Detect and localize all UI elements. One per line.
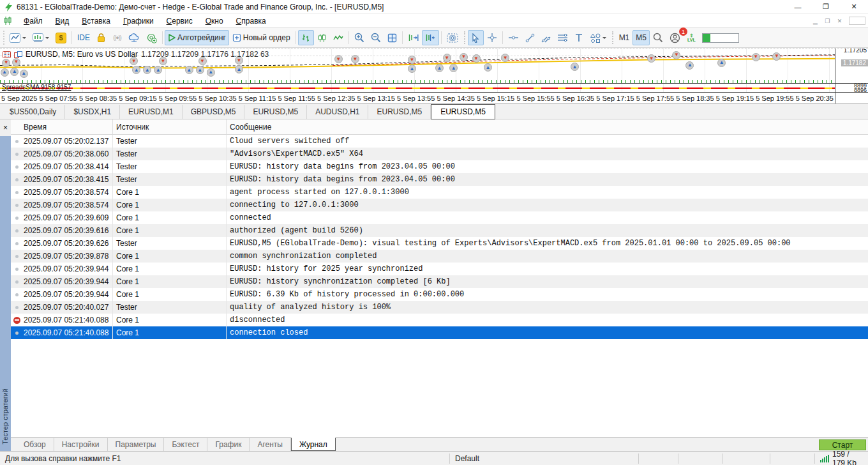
journal-row[interactable]: 2025.09.07 05:21:40.088Core 1connection … (11, 326, 868, 339)
restore-button[interactable]: ❐ (812, 0, 840, 13)
journal-row[interactable]: 2025.09.07 05:20:39.626TesterEURUSD,M5 (… (11, 237, 868, 250)
status-profile[interactable]: Default (449, 454, 638, 464)
menu-item-2[interactable]: Вставка (75, 15, 117, 27)
journal-row[interactable]: 2025.09.07 05:20:38.574Core 1agent proce… (11, 186, 868, 199)
log-message: disconnected (227, 316, 868, 324)
new-chart-button[interactable] (6, 30, 29, 45)
menu-item-6[interactable]: Справка (230, 15, 273, 27)
chart-tab-1[interactable]: $USDX,H1 (65, 105, 120, 119)
chart-main-pane[interactable]: EURUSD, M5: Euro vs US Dollar 1.17209 1.… (0, 49, 835, 84)
new-order-button[interactable]: Новый ордер (229, 30, 294, 45)
close-button[interactable]: ✕ (840, 0, 868, 13)
chart-tab-3[interactable]: GBPUSD,M5 (183, 105, 245, 119)
ide-button[interactable]: IDE (74, 30, 93, 45)
toolbar-grip[interactable] (3, 31, 4, 45)
chart-tab-2[interactable]: EURUSD,M1 (120, 105, 183, 119)
levels-tool-button[interactable] (554, 30, 571, 45)
cursor-button[interactable] (468, 30, 484, 45)
tester-tab-график[interactable]: График (207, 438, 250, 451)
mdi-restore-button[interactable]: ❐ (822, 16, 833, 26)
status-cell-empty (722, 454, 770, 464)
journal-row[interactable]: 2025.09.07 05:20:39.616Core 1authorized … (11, 224, 868, 237)
journal-row[interactable]: 2025.09.07 05:20:38.574Core 1connecting … (11, 199, 868, 211)
tester-tab-настройки[interactable]: Настройки (54, 438, 108, 451)
chart-tab-0[interactable]: $US500,Daily (1, 105, 65, 119)
trendline-tool-button[interactable] (522, 30, 538, 45)
search-button[interactable] (650, 30, 666, 45)
column-header-time[interactable]: Время (22, 119, 113, 134)
tester-tab-журнал[interactable]: Журнал (291, 438, 336, 451)
log-dot-icon (15, 229, 19, 232)
journal-row[interactable]: 2025.09.07 05:20:39.878Core 1common sync… (11, 250, 868, 263)
journal-row[interactable]: 2025.09.07 05:21:40.088Core 1disconnecte… (11, 314, 868, 326)
signals-icon: ((●)) (113, 34, 121, 41)
cloud-button[interactable] (125, 30, 143, 45)
tile-windows-button[interactable] (384, 30, 400, 45)
log-message: connection closed (227, 328, 868, 337)
log-message: EURUSD: 6.39 Kb of history processed in … (227, 290, 868, 299)
column-header-message[interactable]: Сообщение (227, 123, 868, 132)
signals-button[interactable]: ((●)) (109, 30, 125, 45)
text-tool-button[interactable] (571, 30, 587, 45)
chart-tab-4[interactable]: EURUSD,M5 (244, 105, 307, 119)
channel-tool-button[interactable] (538, 30, 554, 45)
journal-row[interactable]: 2025.09.07 05:20:39.609Core 1connected (11, 211, 868, 224)
zoom-in-button[interactable] (351, 30, 368, 45)
market-watch-button[interactable]: $ (52, 30, 70, 45)
shapes-tool-button[interactable] (587, 30, 610, 45)
chart-tab-6[interactable]: EURUSD,M5 (368, 105, 431, 119)
log-source: Tester (113, 301, 227, 314)
journal-row[interactable]: 2025.09.07 05:20:02.137TesterCloud serve… (11, 135, 868, 148)
journal-row[interactable]: 2025.09.07 05:20:39.944Core 1EURUSD: his… (11, 263, 868, 275)
indicator-scale[interactable]: 8899 8896 (835, 84, 868, 93)
tester-tab-параметры[interactable]: Параметры (108, 438, 165, 451)
ohlc-toggle-icon[interactable] (14, 51, 22, 58)
line-chart-type-button[interactable] (330, 30, 347, 45)
chart-tab-7[interactable]: EURUSD,M5 (431, 104, 495, 119)
journal-close-button[interactable]: × (0, 119, 11, 136)
column-header-source[interactable]: Источник (113, 119, 227, 134)
start-button[interactable]: Старт (819, 439, 866, 450)
price-scale[interactable]: 1.17205 1.17182 (835, 49, 868, 84)
account-button[interactable]: 1 (666, 30, 684, 45)
chart-tab-5[interactable]: AUDUSD,H1 (307, 105, 368, 119)
candle-chart-type-button[interactable] (314, 30, 330, 45)
tester-tab-агенты[interactable]: Агенты (250, 438, 291, 451)
journal-row[interactable]: 2025.09.07 05:20:38.414TesterEURUSD: his… (11, 160, 868, 173)
journal-row[interactable]: 2025.09.07 05:20:38.060Tester"Advisors\E… (11, 148, 868, 160)
journal-row[interactable]: 2025.09.07 05:20:39.944Core 1EURUSD: his… (11, 275, 868, 288)
indicator-pane[interactable]: SpreadsSMA 9158 9157 (0, 84, 835, 93)
timeframe-m5-button[interactable]: M5 (632, 30, 650, 45)
crosshair-button[interactable] (484, 30, 500, 45)
tester-tab-обзор[interactable]: Обзор (16, 438, 54, 451)
chart-shift-button[interactable] (422, 30, 439, 45)
menu-item-3[interactable]: Графики (117, 15, 160, 27)
menu-item-1[interactable]: Вид (49, 15, 76, 27)
bar-chart-type-button[interactable] (298, 30, 314, 45)
mdi-close-button[interactable]: ✕ (834, 16, 845, 26)
menu-item-0[interactable]: Файл (17, 15, 49, 27)
hline-tool-button[interactable] (505, 30, 522, 45)
chart-area[interactable]: EURUSD, M5: Euro vs US Dollar 1.17209 1.… (0, 48, 868, 104)
menu-item-4[interactable]: Сервис (160, 15, 199, 27)
algo-trading-button[interactable]: Алготрейдинг (165, 30, 229, 45)
timeframe-m1-button[interactable]: M1 (616, 30, 633, 45)
menu-item-5[interactable]: Окно (199, 15, 230, 27)
tester-tab-бэктест[interactable]: Бэктест (164, 438, 207, 451)
time-tick-label: 5 Sep 19:55 (756, 95, 793, 102)
zoom-out-button[interactable] (368, 30, 384, 45)
time-axis[interactable]: 5 Sep 20255 Sep 07:555 Sep 08:355 Sep 09… (0, 93, 835, 103)
journal-row[interactable]: 2025.09.07 05:20:40.027Testerquality of … (11, 301, 868, 314)
screenshot-button[interactable] (444, 30, 461, 45)
journal-row[interactable]: 2025.09.07 05:20:39.944Core 1EURUSD: 6.3… (11, 288, 868, 301)
journal-row[interactable]: 2025.09.07 05:20:38.415TesterEURUSD: his… (11, 173, 868, 186)
minimize-button[interactable]: — (784, 0, 812, 13)
tester-title-strip[interactable]: Тестер стратегий (0, 136, 11, 451)
indicator-window-button[interactable] (29, 30, 52, 45)
log-dot-icon (15, 140, 19, 143)
vps-button[interactable] (143, 30, 160, 45)
mdi-minimize-button[interactable]: ▁ (810, 16, 821, 26)
market-button[interactable] (93, 30, 109, 45)
auto-scroll-button[interactable] (405, 30, 422, 45)
quotes-list-icon[interactable] (3, 51, 11, 58)
